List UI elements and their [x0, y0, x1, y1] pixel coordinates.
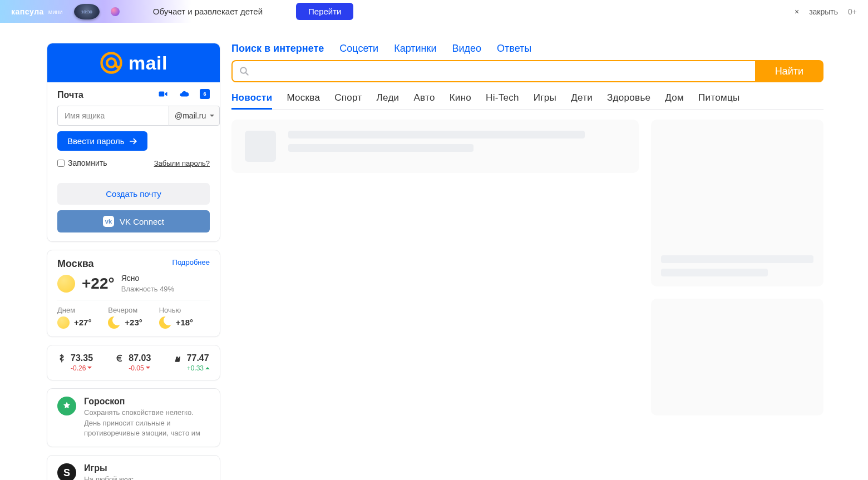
svg-rect-2: [159, 92, 165, 97]
tab-cinema[interactable]: Кино: [450, 92, 471, 103]
enter-password-button[interactable]: Ввести пароль: [57, 131, 147, 151]
main-column: Поиск в интернете Соцсети Картинки Видео…: [231, 43, 823, 415]
rate-usd: 73.35 -0.26: [57, 353, 93, 372]
rate-oil: 77.47 +0.33: [174, 353, 210, 372]
aside-placeholder: [651, 120, 823, 286]
skeleton-line: [661, 269, 768, 276]
promo-close-x[interactable]: ×: [795, 7, 799, 16]
search-tab-social[interactable]: Соцсети: [339, 43, 378, 55]
domain-select[interactable]: @mail.ru: [169, 106, 220, 126]
mail-section-title[interactable]: Почта: [57, 90, 83, 100]
tab-auto[interactable]: Авто: [413, 92, 435, 103]
weather-condition: Ясно: [121, 273, 174, 284]
weather-part-evening: Вечером +23°: [108, 306, 159, 329]
games-card[interactable]: S Игры На любой вкус: [47, 455, 220, 480]
svg-point-0: [101, 53, 121, 73]
tab-lady[interactable]: Леди: [377, 92, 400, 103]
search-tab-answers[interactable]: Ответы: [497, 43, 531, 55]
weather-city: Москва: [57, 258, 94, 270]
tab-sport[interactable]: Спорт: [334, 92, 362, 103]
aside-placeholder: [651, 299, 823, 415]
euro-icon: [115, 354, 124, 363]
games-icon: S: [57, 463, 76, 480]
oil-icon: [174, 354, 183, 363]
tab-home[interactable]: Дом: [665, 92, 684, 103]
username-input[interactable]: [57, 106, 169, 126]
search-tab-images[interactable]: Картинки: [394, 43, 436, 55]
tab-news[interactable]: Новости: [231, 92, 272, 103]
promo-product-name: капсула: [11, 7, 44, 16]
promo-left: капсула мини: [11, 1, 120, 22]
horoscope-text: Сохранять спокойствие нелегко. День прин…: [84, 408, 210, 439]
moon-icon: [108, 316, 120, 329]
skeleton-thumb: [245, 131, 276, 162]
login-card: mail Почта 6 @mail.ru Ввести пароль: [47, 43, 220, 242]
category-tabs: Новости Москва Спорт Леди Авто Кино Hi-T…: [231, 92, 823, 110]
games-title: Игры: [84, 463, 134, 473]
weather-humidity: Влажность 49%: [121, 284, 174, 294]
search-icon: [239, 66, 249, 76]
promo-orb-icon: [111, 7, 120, 16]
promo-cta-button[interactable]: Перейти: [296, 3, 353, 20]
weather-more-link[interactable]: Подробнее: [172, 258, 210, 266]
create-mail-button[interactable]: Создать почту: [57, 183, 210, 205]
games-subtitle: На любой вкус: [84, 474, 134, 480]
horoscope-title: Гороскоп: [84, 397, 210, 407]
tab-pets[interactable]: Питомцы: [698, 92, 740, 103]
sun-icon: [57, 316, 70, 329]
skeleton-line: [288, 131, 585, 138]
rates-card[interactable]: 73.35 -0.26 87.03 -0.05 77.47: [47, 345, 220, 380]
remember-checkbox-input[interactable]: [57, 160, 65, 167]
tab-moscow[interactable]: Москва: [287, 92, 320, 103]
news-skeleton: [231, 120, 639, 173]
vk-icon: vk: [103, 216, 114, 227]
search-input[interactable]: [254, 61, 748, 81]
search-button[interactable]: Найти: [755, 60, 823, 82]
dollar-icon: [57, 354, 66, 363]
promo-product-suffix: мини: [48, 8, 63, 15]
calendar-icon[interactable]: 6: [200, 89, 210, 99]
cloud-icon[interactable]: [179, 89, 190, 101]
rate-eur: 87.03 -0.05: [115, 353, 151, 372]
search-tab-video[interactable]: Видео: [452, 43, 481, 55]
promo-age-badge: 0+: [848, 7, 857, 16]
tab-kids[interactable]: Дети: [571, 92, 593, 103]
sidebar: mail Почта 6 @mail.ru Ввести пароль: [47, 43, 220, 480]
skeleton-line: [661, 255, 813, 263]
skeleton-line: [288, 144, 474, 152]
forgot-password-link[interactable]: Забыли пароль?: [154, 159, 210, 167]
moon-icon: [159, 316, 171, 329]
search-scope-tabs: Поиск в интернете Соцсети Картинки Видео…: [231, 43, 823, 55]
tab-hitech[interactable]: Hi-Tech: [486, 92, 519, 103]
weather-part-night: Ночью +18°: [159, 306, 210, 329]
search-tab-web[interactable]: Поиск в интернете: [231, 43, 324, 55]
horoscope-icon: [57, 397, 76, 415]
promo-bar: капсула мини Обучает и развлекает детей …: [0, 0, 868, 23]
promo-text: Обучает и развлекает детей: [153, 7, 263, 16]
arrow-right-icon: [130, 138, 137, 145]
weather-parts: Днем +27° Вечером +23° Ночью +18°: [57, 300, 210, 329]
promo-device-image: [67, 1, 106, 22]
aside-column: [651, 120, 823, 415]
horoscope-card[interactable]: Гороскоп Сохранять спокойствие нелегко. …: [47, 388, 220, 448]
svg-point-1: [107, 58, 116, 67]
mail-logo[interactable]: mail: [47, 43, 220, 82]
vk-connect-button[interactable]: vk VK Connect: [57, 210, 210, 232]
video-icon[interactable]: [157, 89, 169, 101]
weather-part-day: Днем +27°: [57, 306, 108, 329]
remember-checkbox[interactable]: Запомнить: [57, 159, 107, 167]
at-icon: [100, 51, 123, 75]
promo-close-button[interactable]: закрыть: [809, 7, 838, 16]
mail-brand-text: mail: [129, 52, 167, 74]
tab-games[interactable]: Игры: [534, 92, 556, 103]
weather-temp-now: +22°: [82, 275, 115, 293]
weather-card[interactable]: Москва Подробнее +22° Ясно Влажность 49%…: [47, 250, 220, 337]
tab-health[interactable]: Здоровье: [607, 92, 650, 103]
sun-icon: [57, 275, 75, 293]
search-bar: Найти: [231, 60, 823, 82]
